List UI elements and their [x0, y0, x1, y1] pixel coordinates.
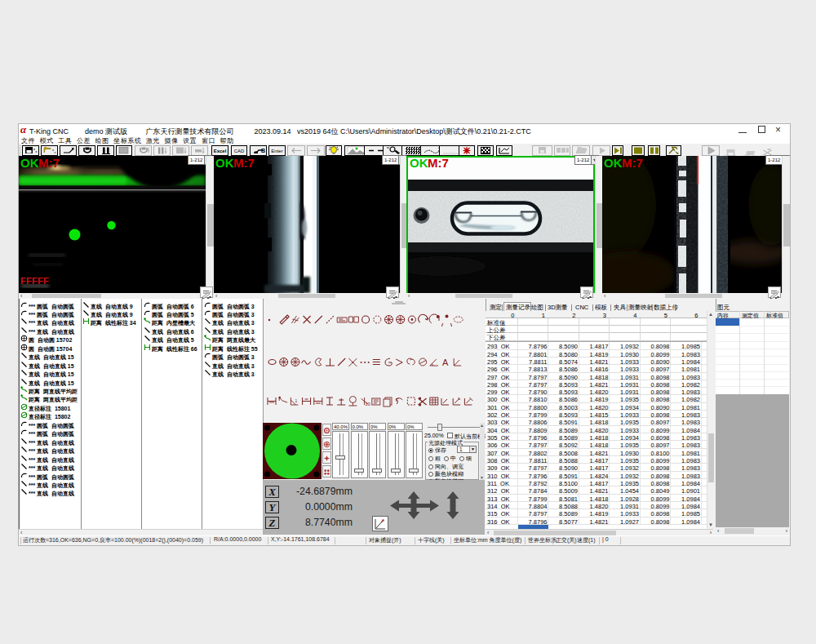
svg-text:A: A — [442, 358, 449, 367]
svg-text:FFFFF: FFFFF — [20, 276, 49, 286]
svg-text:1: 1 — [295, 398, 297, 403]
svg-text:B: B — [261, 148, 265, 153]
svg-text:30: 30 — [366, 402, 370, 406]
